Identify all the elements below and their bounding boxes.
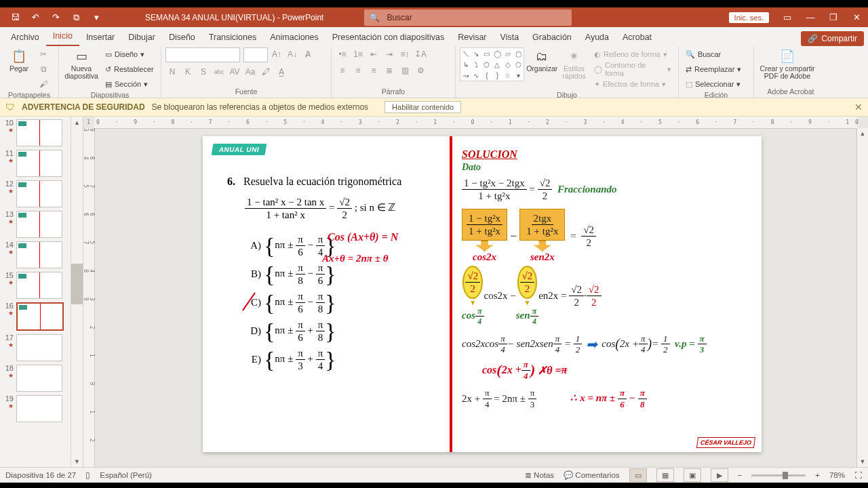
highlight-button[interactable]: 🖍 — [259, 65, 273, 79]
tab-diseno[interactable]: Diseño — [162, 29, 202, 46]
comments-button[interactable]: 💬 Comentarios — [564, 470, 619, 480]
enable-content-button[interactable]: Habilitar contenido — [384, 101, 461, 113]
thumbnail-scrollbar[interactable]: ▲ ▼ — [71, 117, 83, 467]
save-button[interactable]: 🖫 — [7, 9, 23, 26]
tab-grabacion[interactable]: Grabación — [526, 29, 578, 46]
sign-in-button[interactable]: Inic. ses. — [729, 12, 769, 23]
text-direction-button[interactable]: ↧A — [414, 47, 427, 61]
create-pdf-button[interactable]: 📄Crear y compartir PDF de Adobe — [758, 47, 816, 80]
indent-dec-button[interactable]: ⇤ — [367, 47, 380, 61]
zoom-out-button[interactable]: − — [738, 471, 743, 479]
find-button[interactable]: 🔍 Buscar — [683, 47, 744, 61]
indent-inc-button[interactable]: ⇥ — [382, 47, 396, 61]
slide-thumb-11[interactable]: 11★ — [3, 150, 73, 177]
line-spacing-button[interactable]: ≡↕ — [398, 47, 412, 61]
tab-archivo[interactable]: Archivo — [4, 29, 46, 46]
scroll-up-icon[interactable]: ▲ — [71, 117, 83, 128]
new-slide-button[interactable]: ▭Nueva diapositiva — [63, 47, 100, 80]
underline-button[interactable]: S — [197, 65, 210, 79]
slide-content[interactable]: ANUAL UNI 6. Resuelva la ecuación trigon… — [203, 136, 762, 452]
slide-thumb-13[interactable]: 13★ — [3, 211, 73, 238]
canvas-scroll-up-icon[interactable]: ▲ — [857, 128, 868, 139]
canvas-scroll-down-icon[interactable]: ▼ — [857, 456, 868, 467]
reset-button[interactable]: ↺ Restablecer — [102, 62, 157, 76]
scroll-handle[interactable] — [71, 264, 83, 304]
zoom-level[interactable]: 78% — [829, 471, 845, 479]
tab-vista[interactable]: Vista — [494, 29, 526, 46]
tab-insertar[interactable]: Insertar — [79, 29, 121, 46]
font-family-input[interactable] — [165, 47, 240, 62]
decrease-font-button[interactable]: A↓ — [285, 47, 299, 61]
select-button[interactable]: ⬚ Seleccionar ▾ — [683, 77, 744, 91]
slide-thumb-15[interactable]: 15★ — [3, 272, 73, 299]
reading-view-button[interactable]: ▣ — [684, 468, 701, 482]
bullets-button[interactable]: •≡ — [336, 47, 349, 61]
align-center-button[interactable]: ≡ — [351, 64, 365, 77]
sorter-view-button[interactable]: ▦ — [656, 468, 674, 482]
close-warning-button[interactable]: ✕ — [854, 102, 863, 113]
font-size-input[interactable] — [243, 47, 268, 62]
share-button[interactable]: 🔗Compartir — [801, 31, 864, 46]
close-button[interactable]: ✕ — [845, 7, 868, 27]
qat-more-button[interactable]: ▾ — [88, 9, 104, 26]
canvas-scrollbar[interactable]: ▲ ▼ — [856, 128, 868, 467]
shape-fill-button[interactable]: ◐ Relleno de forma ▾ — [591, 47, 674, 61]
shape-effects-button[interactable]: ✦ Efectos de forma ▾ — [591, 77, 674, 91]
tab-revisar[interactable]: Revisar — [451, 29, 493, 46]
slide-thumb-12[interactable]: 12★ — [3, 180, 73, 207]
format-painter-button[interactable]: 🖌 — [37, 77, 50, 91]
fit-to-window-button[interactable]: ⛶ — [854, 471, 863, 479]
clear-format-button[interactable]: A̷ — [301, 47, 315, 61]
change-case-button[interactable]: Aa — [243, 65, 257, 79]
paste-button[interactable]: 📋Pegar — [4, 47, 34, 73]
strike-button[interactable]: abc — [212, 65, 226, 79]
zoom-slider[interactable] — [751, 474, 806, 476]
accessibility-icon[interactable]: ▯ — [85, 470, 90, 480]
redo-button[interactable]: ↷ — [47, 9, 64, 26]
section-button[interactable]: ▤ Sección ▾ — [102, 77, 157, 91]
start-slideshow-button[interactable]: ⧉ — [68, 9, 84, 26]
scroll-down-icon[interactable]: ▼ — [71, 455, 83, 467]
char-spacing-button[interactable]: AV — [228, 65, 241, 79]
copy-button[interactable]: ⧉ — [37, 62, 50, 76]
tab-transiciones[interactable]: Transiciones — [202, 29, 263, 46]
slideshow-view-button[interactable]: ▶ — [711, 468, 728, 482]
shape-outline-button[interactable]: ◯ Contorno de forma ▾ — [591, 62, 674, 76]
numbering-button[interactable]: 1≡ — [351, 47, 365, 61]
search-input[interactable]: 🔍 Buscar — [364, 9, 572, 26]
notes-button[interactable]: ≣ Notas — [525, 470, 554, 480]
undo-button[interactable]: ↶ — [27, 9, 43, 26]
language-indicator[interactable]: Español (Perú) — [100, 471, 152, 479]
cut-button[interactable]: ✂ — [37, 47, 50, 61]
align-right-button[interactable]: ≡ — [367, 64, 380, 77]
normal-view-button[interactable]: ▭ — [629, 468, 647, 482]
justify-button[interactable]: ≣ — [382, 64, 396, 77]
zoom-in-button[interactable]: + — [815, 471, 820, 479]
increase-font-button[interactable]: A↑ — [270, 47, 283, 61]
replace-button[interactable]: ⇄ Reemplazar ▾ — [683, 62, 744, 76]
bold-button[interactable]: N — [165, 65, 179, 79]
tab-animaciones[interactable]: Animaciones — [263, 29, 326, 46]
minimize-button[interactable]: — — [799, 7, 822, 27]
ribbon-display-button[interactable]: ▭ — [776, 7, 799, 27]
arrange-button[interactable]: 🗂Organizar — [527, 47, 557, 73]
tab-presentacion[interactable]: Presentación con diapositivas — [326, 29, 451, 46]
slide-thumb-10[interactable]: 10★ — [3, 119, 73, 146]
restore-button[interactable]: ❐ — [822, 7, 845, 27]
quick-styles-button[interactable]: ✴Estilos rápidos — [559, 47, 589, 80]
slide-thumb-19[interactable]: 19★ — [3, 395, 73, 422]
tab-inicio[interactable]: Inicio — [46, 28, 79, 46]
align-left-button[interactable]: ≡ — [336, 64, 349, 77]
layout-button[interactable]: ▭ Diseño ▾ — [102, 47, 157, 61]
slide-thumb-16[interactable]: 16★ — [3, 302, 73, 331]
slide-thumb-14[interactable]: 14★ — [3, 241, 73, 268]
tab-acrobat[interactable]: Acrobat — [616, 29, 658, 46]
tab-dibujar[interactable]: Dibujar — [121, 29, 162, 46]
smartart-button[interactable]: ⚙ — [414, 64, 427, 77]
slide-thumb-18[interactable]: 18★ — [3, 365, 73, 392]
columns-button[interactable]: ▥ — [398, 64, 412, 77]
shapes-gallery[interactable]: ＼↘▭◯▱▢ ↳⤵⬡△◇⬠ ↝∿{}☆▾ — [460, 47, 524, 81]
tab-ayuda[interactable]: Ayuda — [578, 29, 616, 46]
slide-thumb-17[interactable]: 17★ — [3, 334, 73, 361]
italic-button[interactable]: K — [181, 65, 195, 79]
